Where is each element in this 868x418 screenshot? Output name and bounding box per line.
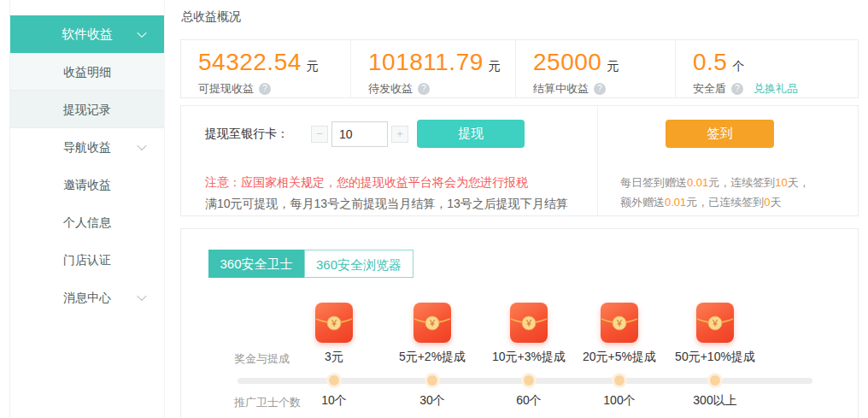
red-envelope-icon: ¥ (601, 303, 638, 343)
chevron-down-icon (137, 291, 146, 301)
sidebar-item-label: 邀请收益 (63, 178, 111, 191)
count-tier-value: 300以上 (668, 393, 762, 409)
stat-label: 安全盾 (693, 81, 726, 97)
sidebar-item-invite-earnings[interactable]: 邀请收益 (10, 166, 164, 203)
withdraw-panel: 提现至银行卡： − + 提现 注意：应国家相关规定，您的提现收益平台将会为您进行… (180, 105, 859, 216)
stat-label: 结算中收益 (533, 81, 589, 97)
stat-value: 54322.54 (198, 49, 302, 75)
product-tabs: 360安全卫士 360安全浏览器 (208, 250, 413, 278)
bonus-tier-value: 50元+10%提成 (660, 350, 771, 365)
bonus-tier-value: 3元 (279, 350, 390, 365)
bonus-tier-value: 20元+5%提成 (564, 350, 675, 365)
stat-value: 0.5 (693, 49, 727, 75)
sidebar-item-label: 提现记录 (63, 103, 111, 116)
sign-in-note-line2: 额外赠送0.01元，已连续签到0天 (620, 192, 810, 212)
sidebar-item-nav-earnings[interactable]: 导航收益 (10, 128, 164, 166)
stat-value: 25000 (533, 49, 601, 75)
svg-text:¥: ¥ (616, 318, 623, 328)
sidebar-item-withdraw-records[interactable]: 提现记录 (10, 91, 164, 128)
help-icon[interactable]: ? (594, 83, 606, 95)
chevron-down-icon (137, 28, 146, 38)
sidebar-item-label: 消息中心 (63, 291, 111, 304)
sign-in-button[interactable]: 签到 (666, 120, 774, 148)
sidebar-item-label: 导航收益 (63, 140, 111, 154)
stat-unit: 元 (607, 59, 619, 73)
exchange-gifts-link[interactable]: 兑换礼品 (754, 81, 798, 97)
count-tier-value: 100个 (572, 393, 666, 409)
red-envelope-icon: ¥ (510, 303, 548, 343)
tab-360-browser[interactable]: 360安全浏览器 (304, 250, 413, 278)
sidebar-item-label: 软件收益 (62, 26, 113, 41)
stat-unit: 个 (732, 59, 744, 73)
count-tier-value: 10个 (287, 393, 381, 409)
stat-pending-earnings: 101811.79元 待发收益 ? (351, 40, 516, 97)
vertical-divider (597, 106, 598, 215)
stat-label: 可提现收益 (198, 81, 254, 97)
sidebar-item-label: 收益明细 (63, 65, 111, 79)
help-icon[interactable]: ? (418, 83, 430, 95)
stat-value: 101811.79 (368, 49, 484, 75)
withdraw-to-bank-label: 提现至银行卡： (205, 127, 289, 142)
svg-text:¥: ¥ (429, 318, 436, 328)
sidebar-item-label: 个人信息 (63, 215, 111, 229)
red-envelope-icon: ¥ (696, 303, 734, 343)
stat-unit: 元 (489, 59, 501, 73)
sidebar-item-store-certification[interactable]: 门店认证 (10, 241, 164, 279)
help-icon[interactable]: ? (731, 83, 743, 95)
milestone-dot (326, 373, 342, 388)
sidebar-menu: 软件收益 收益明细 提现记录 导航收益 邀请收益 个人信息 门店认证 (10, 15, 164, 316)
count-tier-value: 60个 (482, 393, 576, 409)
red-envelope-icon: ¥ (315, 303, 353, 343)
tab-360-safeguard[interactable]: 360安全卫士 (208, 250, 304, 278)
milestone-dot (425, 373, 440, 388)
milestone-dot (707, 373, 723, 388)
sidebar-item-personal-info[interactable]: 个人信息 (10, 203, 164, 241)
help-icon[interactable]: ? (259, 83, 271, 95)
sidebar-item-software-earnings[interactable]: 软件收益 (10, 15, 164, 53)
sidebar-item-message-center[interactable]: 消息中心 (10, 279, 164, 316)
withdraw-button[interactable]: 提现 (417, 120, 525, 148)
earnings-stats-panel: 54322.54元 可提现收益 ? 101811.79元 待发收益 ? 2500… (180, 39, 859, 98)
withdraw-rules-text: 满10元可提现，每月13号之前提现当月结算，13号之后提现下月结算 (205, 197, 568, 212)
sidebar-item-earnings-detail[interactable]: 收益明细 (10, 53, 164, 91)
stat-withdrawable-earnings: 54322.54元 可提现收益 ? (181, 40, 351, 97)
promotion-rewards-panel: 360安全卫士 360安全浏览器 ¥ ¥ ¥ ¥ ¥ 奖金与提成 3元 5元+2… (180, 228, 859, 418)
svg-text:¥: ¥ (525, 318, 532, 328)
svg-text:¥: ¥ (712, 318, 718, 328)
stat-security-shield: 0.5个 安全盾 ? 兑换礼品 (676, 40, 858, 97)
withdraw-amount-input[interactable] (331, 121, 388, 147)
sign-in-note-line1: 每日签到赠送0.01元，连续签到10天， (620, 173, 810, 192)
stat-label: 待发收益 (368, 81, 413, 97)
earnings-dashboard: 软件收益 收益明细 提现记录 导航收益 邀请收益 个人信息 门店认证 (0, 0, 868, 418)
tax-notice-text: 注意：应国家相关规定，您的提现收益平台将会为您进行报税 (205, 175, 528, 191)
page-title: 总收益概况 (181, 9, 241, 25)
sidebar-right-divider (164, 0, 165, 418)
sidebar-item-label: 门店认证 (63, 253, 111, 267)
milestone-dot (521, 373, 537, 388)
stat-settling-earnings: 25000元 结算中收益 ? (516, 40, 676, 97)
main-content: 总收益概况 54322.54元 可提现收益 ? 101811.79元 待发收益 … (180, 0, 859, 418)
stat-unit: 元 (307, 59, 319, 73)
count-tier-value: 30个 (385, 393, 479, 409)
chevron-down-icon (137, 141, 146, 150)
amount-decrease-button[interactable]: − (311, 126, 328, 143)
amount-increase-button[interactable]: + (391, 126, 408, 143)
sign-in-note: 每日签到赠送0.01元，连续签到10天， 额外赠送0.01元，已连续签到0天 (620, 173, 810, 212)
red-envelope-icon: ¥ (413, 303, 451, 343)
svg-text:¥: ¥ (331, 318, 337, 328)
bonus-tier-value: 5元+2%提成 (377, 350, 488, 365)
sidebar: 软件收益 收益明细 提现记录 导航收益 邀请收益 个人信息 门店认证 (0, 0, 164, 418)
milestone-dot (612, 373, 627, 388)
